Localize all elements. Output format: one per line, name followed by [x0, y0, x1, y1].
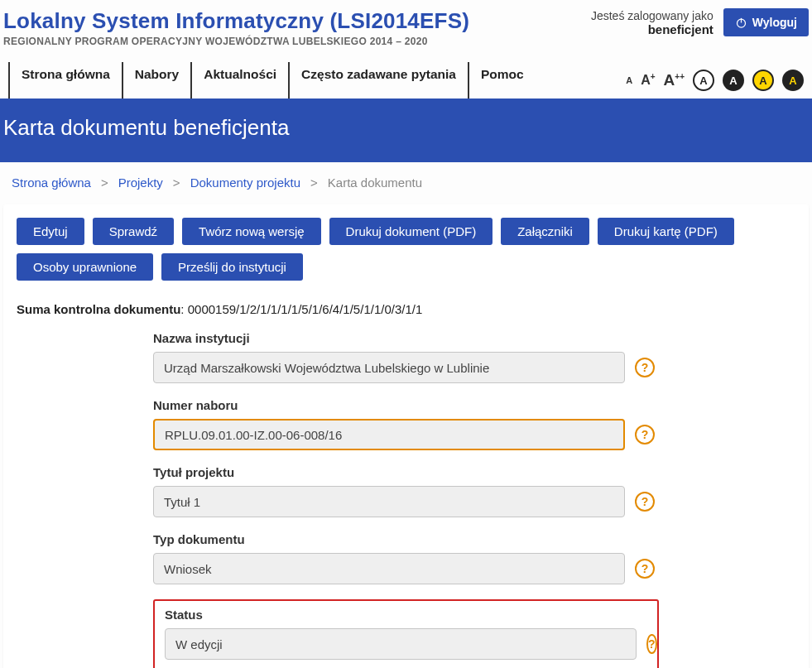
bc-projekty[interactable]: Projekty [118, 175, 163, 190]
font-size-small[interactable]: A [626, 75, 632, 85]
status-input [165, 628, 637, 660]
bc-sep: > [310, 175, 318, 190]
site-subtitle: REGIONALNY PROGRAM OPERACYJNY WOJEWÓDZTW… [3, 36, 469, 47]
help-icon-doc-type[interactable]: ? [635, 559, 655, 579]
header-left: Lokalny System Informatyczny (LSI2014EFS… [3, 8, 469, 47]
institution-label: Nazwa instytucji [153, 331, 659, 345]
login-status-text: Jesteś zalogowany jako [591, 9, 714, 22]
power-icon [735, 17, 747, 29]
header-right: Jesteś zalogowany jako beneficjent Wylog… [591, 8, 809, 36]
logout-label: Wyloguj [752, 16, 797, 29]
nav-links: Strona główna Nabory Aktualności Często … [8, 62, 536, 99]
bc-home[interactable]: Strona główna [12, 175, 91, 190]
nav-item-faq[interactable]: Często zadawane pytania [288, 62, 468, 99]
recruitment-label: Numer naboru [153, 398, 659, 412]
nav-item-home[interactable]: Strona główna [8, 62, 122, 99]
field-doc-type: Typ dokumentu ? [153, 532, 659, 584]
contrast-dark-yellow[interactable]: A [782, 70, 804, 91]
recruitment-input [153, 419, 625, 450]
drukuj-dokument-button[interactable]: Drukuj dokument (PDF) [329, 218, 493, 245]
action-row-1: Edytuj Sprawdź Twórz nową wersję Drukuj … [17, 218, 795, 245]
checksum-label: Suma kontrolna dokumentu [17, 302, 180, 316]
card: Edytuj Sprawdź Twórz nową wersję Drukuj … [3, 204, 809, 668]
form-area: Nazwa instytucji ? Numer naboru ? Tytuł … [17, 331, 795, 668]
page-title: Karta dokumentu beneficjenta [0, 99, 812, 162]
logout-button[interactable]: Wyloguj [723, 8, 809, 36]
contrast-yellow[interactable]: A [752, 70, 774, 91]
help-icon-project-title[interactable]: ? [635, 492, 655, 512]
font-size-medium[interactable]: A+ [641, 72, 655, 88]
nav-item-aktualnosci[interactable]: Aktualności [190, 62, 288, 99]
tworz-nowa-wersje-button[interactable]: Twórz nową wersję [182, 218, 321, 245]
document-checksum: Suma kontrolna dokumentu: 0000159/1/2/1/… [17, 302, 795, 316]
contrast-normal[interactable]: A [693, 70, 714, 91]
header-bar: Lokalny System Informatyczny (LSI2014EFS… [0, 0, 812, 50]
bc-sep: > [101, 175, 108, 190]
help-icon-institution[interactable]: ? [635, 358, 655, 377]
accessibility-tools: A A+ A++ A A A A [626, 70, 804, 91]
font-size-large[interactable]: A++ [664, 71, 685, 89]
field-recruitment-no: Numer naboru ? [153, 398, 659, 450]
help-icon-status[interactable]: ? [646, 634, 657, 654]
login-info: Jesteś zalogowany jako beneficjent [591, 9, 714, 36]
bc-current: Karta dokumentu [328, 175, 422, 190]
field-institution: Nazwa instytucji ? [153, 331, 659, 383]
login-username: beneficjent [591, 22, 714, 36]
checksum-value: 0000159/1/2/1/1/1/1/5/1/6/4/1/5/1/1/0/3/… [188, 302, 423, 316]
field-status: Status ? [153, 599, 659, 668]
project-title-label: Tytuł projektu [153, 465, 659, 479]
status-label: Status [165, 608, 647, 622]
project-title-input [153, 486, 625, 517]
osoby-uprawnione-button[interactable]: Osoby uprawnione [17, 253, 153, 281]
navbar: Strona główna Nabory Aktualności Często … [0, 50, 812, 99]
site-title: Lokalny System Informatyczny (LSI2014EFS… [3, 8, 469, 34]
edytuj-button[interactable]: Edytuj [17, 218, 84, 245]
bc-dokumenty-projektu[interactable]: Dokumenty projektu [190, 175, 300, 190]
help-icon-recruitment[interactable]: ? [635, 425, 655, 445]
przeslij-do-instytucji-button[interactable]: Prześlij do instytucji [161, 253, 303, 281]
nav-item-pomoc[interactable]: Pomoc [468, 62, 536, 99]
doc-type-input [153, 553, 625, 584]
doc-type-label: Typ dokumentu [153, 532, 659, 546]
field-project-title: Tytuł projektu ? [153, 465, 659, 517]
institution-input [153, 352, 625, 383]
nav-item-nabory[interactable]: Nabory [122, 62, 190, 99]
breadcrumb: Strona główna > Projekty > Dokumenty pro… [0, 162, 812, 204]
sprawdz-button[interactable]: Sprawdź [93, 218, 174, 245]
bc-sep: > [173, 175, 180, 190]
zalaczniki-button[interactable]: Załączniki [501, 218, 589, 245]
action-row-2: Osoby uprawnione Prześlij do instytucji [17, 253, 795, 281]
contrast-inverted[interactable]: A [723, 70, 744, 91]
drukuj-karte-button[interactable]: Drukuj kartę (PDF) [598, 218, 734, 245]
